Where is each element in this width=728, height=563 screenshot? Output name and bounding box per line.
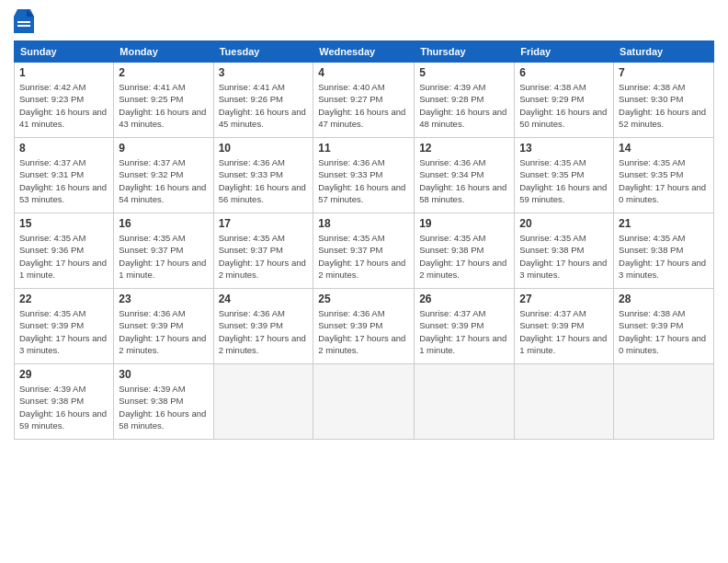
day-info: Sunrise: 4:37 AM Sunset: 9:39 PM Dayligh… xyxy=(419,307,509,356)
day-info: Sunrise: 4:35 AM Sunset: 9:37 PM Dayligh… xyxy=(219,232,309,281)
day-info: Sunrise: 4:35 AM Sunset: 9:37 PM Dayligh… xyxy=(318,232,409,281)
day-number: 16 xyxy=(119,217,208,230)
day-number: 13 xyxy=(519,142,609,155)
day-number: 27 xyxy=(519,293,609,305)
calendar-cell: 26Sunrise: 4:37 AM Sunset: 9:39 PM Dayli… xyxy=(415,289,515,364)
weekday-header: Friday xyxy=(515,41,614,63)
day-info: Sunrise: 4:35 AM Sunset: 9:37 PM Dayligh… xyxy=(119,232,208,281)
day-number: 8 xyxy=(19,142,108,155)
day-number: 6 xyxy=(519,66,609,79)
calendar-cell: 30Sunrise: 4:39 AM Sunset: 9:38 PM Dayli… xyxy=(114,364,213,440)
day-info: Sunrise: 4:38 AM Sunset: 9:29 PM Dayligh… xyxy=(519,81,609,130)
calendar-cell: 21Sunrise: 4:35 AM Sunset: 9:38 PM Dayli… xyxy=(614,213,714,289)
weekday-header: Sunday xyxy=(15,41,114,63)
calendar-cell: 19Sunrise: 4:35 AM Sunset: 9:38 PM Dayli… xyxy=(415,213,515,289)
calendar-cell: 17Sunrise: 4:35 AM Sunset: 9:37 PM Dayli… xyxy=(213,213,313,289)
calendar-cell: 8Sunrise: 4:37 AM Sunset: 9:31 PM Daylig… xyxy=(15,138,114,213)
day-number: 1 xyxy=(19,66,108,79)
day-info: Sunrise: 4:41 AM Sunset: 9:25 PM Dayligh… xyxy=(119,81,208,130)
day-number: 7 xyxy=(619,66,709,79)
calendar-cell: 4Sunrise: 4:40 AM Sunset: 9:27 PM Daylig… xyxy=(313,63,415,138)
day-info: Sunrise: 4:38 AM Sunset: 9:30 PM Dayligh… xyxy=(619,81,709,130)
day-number: 25 xyxy=(318,293,409,305)
calendar-cell: 15Sunrise: 4:35 AM Sunset: 9:36 PM Dayli… xyxy=(15,213,114,289)
day-info: Sunrise: 4:40 AM Sunset: 9:27 PM Dayligh… xyxy=(318,81,409,130)
day-number: 17 xyxy=(219,217,309,230)
calendar-cell: 18Sunrise: 4:35 AM Sunset: 9:37 PM Dayli… xyxy=(313,213,415,289)
calendar-cell: 12Sunrise: 4:36 AM Sunset: 9:34 PM Dayli… xyxy=(415,138,515,213)
day-info: Sunrise: 4:41 AM Sunset: 9:26 PM Dayligh… xyxy=(219,81,309,130)
calendar-cell: 22Sunrise: 4:35 AM Sunset: 9:39 PM Dayli… xyxy=(15,289,114,364)
svg-rect-3 xyxy=(17,25,30,27)
day-number: 30 xyxy=(119,368,208,381)
calendar-cell: 29Sunrise: 4:39 AM Sunset: 9:38 PM Dayli… xyxy=(15,364,114,440)
day-number: 14 xyxy=(619,142,709,155)
day-info: Sunrise: 4:35 AM Sunset: 9:38 PM Dayligh… xyxy=(619,232,709,281)
day-number: 24 xyxy=(219,293,309,305)
day-info: Sunrise: 4:36 AM Sunset: 9:33 PM Dayligh… xyxy=(318,156,409,205)
calendar-week-row: 15Sunrise: 4:35 AM Sunset: 9:36 PM Dayli… xyxy=(15,213,714,289)
calendar-cell: 11Sunrise: 4:36 AM Sunset: 9:33 PM Dayli… xyxy=(313,138,415,213)
calendar-cell: 9Sunrise: 4:37 AM Sunset: 9:32 PM Daylig… xyxy=(114,138,213,213)
calendar-cell xyxy=(614,364,714,440)
calendar-cell: 1Sunrise: 4:42 AM Sunset: 9:23 PM Daylig… xyxy=(15,63,114,138)
day-number: 11 xyxy=(318,142,409,155)
calendar-cell xyxy=(415,364,515,440)
day-info: Sunrise: 4:36 AM Sunset: 9:39 PM Dayligh… xyxy=(119,307,208,356)
day-info: Sunrise: 4:36 AM Sunset: 9:33 PM Dayligh… xyxy=(219,156,309,205)
calendar-cell: 28Sunrise: 4:38 AM Sunset: 9:39 PM Dayli… xyxy=(614,289,714,364)
weekday-header: Tuesday xyxy=(213,41,313,63)
calendar-cell xyxy=(213,364,313,440)
day-number: 19 xyxy=(419,217,509,230)
day-number: 4 xyxy=(318,66,409,79)
day-number: 22 xyxy=(19,293,108,305)
day-info: Sunrise: 4:36 AM Sunset: 9:34 PM Dayligh… xyxy=(419,156,509,205)
calendar-cell: 5Sunrise: 4:39 AM Sunset: 9:28 PM Daylig… xyxy=(415,63,515,138)
calendar-cell: 3Sunrise: 4:41 AM Sunset: 9:26 PM Daylig… xyxy=(213,63,313,138)
day-number: 26 xyxy=(419,293,509,305)
svg-rect-2 xyxy=(17,21,30,23)
day-number: 2 xyxy=(119,66,208,79)
day-info: Sunrise: 4:39 AM Sunset: 9:28 PM Dayligh… xyxy=(419,81,509,130)
calendar-cell: 24Sunrise: 4:36 AM Sunset: 9:39 PM Dayli… xyxy=(213,289,313,364)
calendar-cell xyxy=(313,364,415,440)
calendar-cell: 25Sunrise: 4:36 AM Sunset: 9:39 PM Dayli… xyxy=(313,289,415,364)
weekday-header: Wednesday xyxy=(313,41,415,63)
day-info: Sunrise: 4:35 AM Sunset: 9:38 PM Dayligh… xyxy=(519,232,609,281)
calendar-cell: 20Sunrise: 4:35 AM Sunset: 9:38 PM Dayli… xyxy=(515,213,614,289)
calendar-week-row: 1Sunrise: 4:42 AM Sunset: 9:23 PM Daylig… xyxy=(15,63,714,138)
calendar-cell: 13Sunrise: 4:35 AM Sunset: 9:35 PM Dayli… xyxy=(515,138,614,213)
calendar-cell: 16Sunrise: 4:35 AM Sunset: 9:37 PM Dayli… xyxy=(114,213,213,289)
header xyxy=(14,9,714,33)
calendar-cell: 6Sunrise: 4:38 AM Sunset: 9:29 PM Daylig… xyxy=(515,63,614,138)
day-info: Sunrise: 4:39 AM Sunset: 9:38 PM Dayligh… xyxy=(19,383,108,431)
logo-icon xyxy=(14,9,34,33)
calendar-cell: 14Sunrise: 4:35 AM Sunset: 9:35 PM Dayli… xyxy=(614,138,714,213)
day-info: Sunrise: 4:38 AM Sunset: 9:39 PM Dayligh… xyxy=(619,307,709,356)
day-info: Sunrise: 4:36 AM Sunset: 9:39 PM Dayligh… xyxy=(318,307,409,356)
calendar-cell: 2Sunrise: 4:41 AM Sunset: 9:25 PM Daylig… xyxy=(114,63,213,138)
calendar-cell xyxy=(515,364,614,440)
day-info: Sunrise: 4:35 AM Sunset: 9:36 PM Dayligh… xyxy=(19,232,108,281)
day-number: 15 xyxy=(19,217,108,230)
day-number: 29 xyxy=(19,368,108,381)
day-number: 10 xyxy=(219,142,309,155)
weekday-header: Monday xyxy=(114,41,213,63)
day-info: Sunrise: 4:37 AM Sunset: 9:32 PM Dayligh… xyxy=(119,156,208,205)
day-number: 20 xyxy=(519,217,609,230)
day-info: Sunrise: 4:37 AM Sunset: 9:39 PM Dayligh… xyxy=(519,307,609,356)
day-number: 5 xyxy=(419,66,509,79)
calendar-cell: 10Sunrise: 4:36 AM Sunset: 9:33 PM Dayli… xyxy=(213,138,313,213)
day-info: Sunrise: 4:35 AM Sunset: 9:35 PM Dayligh… xyxy=(619,156,709,205)
day-number: 12 xyxy=(419,142,509,155)
day-info: Sunrise: 4:37 AM Sunset: 9:31 PM Dayligh… xyxy=(19,156,108,205)
day-number: 28 xyxy=(619,293,709,305)
day-info: Sunrise: 4:35 AM Sunset: 9:39 PM Dayligh… xyxy=(19,307,108,356)
day-number: 23 xyxy=(119,293,208,305)
calendar-cell: 27Sunrise: 4:37 AM Sunset: 9:39 PM Dayli… xyxy=(515,289,614,364)
day-number: 3 xyxy=(219,66,309,79)
weekday-header: Saturday xyxy=(614,41,714,63)
calendar-week-row: 22Sunrise: 4:35 AM Sunset: 9:39 PM Dayli… xyxy=(15,289,714,364)
day-number: 18 xyxy=(318,217,409,230)
day-info: Sunrise: 4:36 AM Sunset: 9:39 PM Dayligh… xyxy=(219,307,309,356)
